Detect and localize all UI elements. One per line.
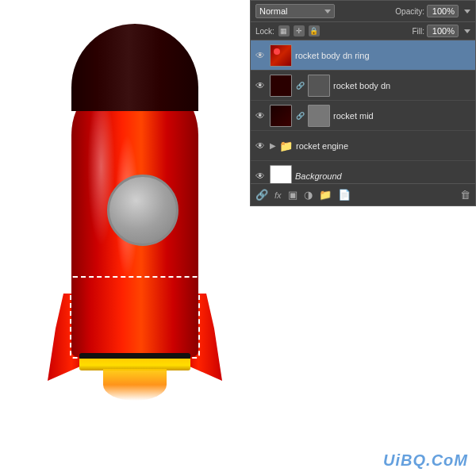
layer-visibility-icon[interactable]: 👁 — [254, 170, 267, 182]
lock-all-icon[interactable]: 🔒 — [309, 25, 320, 36]
layer-name: rocket engine — [296, 141, 472, 151]
layer-folder-item[interactable]: 👁 ▶ 📁 rocket engine — [251, 131, 475, 161]
layer-name: Background — [295, 171, 472, 181]
layer-item[interactable]: 👁 🔗 rocket mid — [251, 101, 475, 131]
add-mask-icon[interactable]: ▣ — [288, 189, 298, 201]
opacity-arrow — [464, 10, 470, 13]
rocket-nose-inner — [71, 24, 198, 111]
link-layers-icon[interactable]: 🔗 — [255, 189, 268, 201]
layer-thumbnail — [270, 44, 292, 67]
layer-name: rocket body dn — [333, 81, 472, 90]
adjustment-icon[interactable]: ◑ — [304, 189, 313, 201]
layer-item[interactable]: 👁 🔗 rocket body dn — [251, 71, 475, 101]
opacity-label: Opacity: — [395, 7, 424, 16]
lock-fill-row: Lock: ▦ ✛ 🔒 Fill: 100% — [251, 22, 475, 40]
lock-position-icon[interactable]: ✛ — [294, 25, 305, 36]
rocket-nose — [71, 24, 198, 111]
fill-label: Fill: — [412, 27, 424, 36]
fx-icon[interactable]: fx — [274, 190, 282, 200]
blend-mode-arrow — [324, 10, 331, 13]
fill-group: Fill: 100% — [412, 25, 470, 37]
watermark: UiBQ.CoM — [383, 451, 468, 470]
rocket-engine-band — [79, 353, 190, 370]
panel-bottombar: 🔗 fx ▣ ◑ 📁 📄 🗑 — [251, 183, 475, 205]
layer-mask-thumbnail — [308, 75, 330, 97]
layer-mask-thumbnail — [308, 105, 330, 127]
canvas: Normal Opacity: 100% Lock: ▦ ✛ 🔒 Fill: 1… — [0, 0, 476, 476]
delete-layer-icon[interactable]: 🗑 — [460, 189, 470, 201]
selection-marquee — [70, 276, 200, 359]
fill-arrow — [464, 29, 470, 33]
fill-input[interactable]: 100% — [427, 25, 459, 37]
layer-visibility-icon[interactable]: 👁 — [254, 109, 267, 122]
layer-link-icon: 🔗 — [295, 111, 305, 121]
layer-visibility-icon[interactable]: 👁 — [254, 79, 267, 92]
layer-name: rocket body dn ring — [295, 51, 472, 60]
new-layer-icon[interactable]: 📄 — [338, 189, 351, 201]
rocket-window — [107, 175, 178, 246]
blend-mode-select[interactable]: Normal — [255, 4, 335, 18]
layers-list: 👁 rocket body dn ring 👁 🔗 rocket body dn… — [251, 40, 475, 191]
layer-link-icon: 🔗 — [295, 81, 305, 90]
opacity-group: Opacity: 100% — [395, 5, 470, 17]
panel-topbar: Normal Opacity: 100% — [251, 1, 475, 22]
opacity-input[interactable]: 100% — [427, 5, 459, 17]
rocket-illustration — [48, 24, 222, 452]
layer-thumbnail — [270, 105, 292, 127]
new-group-icon[interactable]: 📁 — [319, 189, 332, 201]
layer-visibility-icon[interactable]: 👁 — [254, 49, 267, 62]
folder-expand-icon[interactable]: ▶ — [270, 141, 276, 150]
layers-panel: Normal Opacity: 100% Lock: ▦ ✛ 🔒 Fill: 1… — [250, 0, 476, 206]
layer-item[interactable]: 👁 rocket body dn ring — [251, 40, 475, 71]
lock-pixels-icon[interactable]: ▦ — [278, 25, 290, 36]
layer-visibility-icon[interactable]: 👁 — [254, 140, 267, 152]
folder-icon: 📁 — [279, 140, 293, 152]
layer-name: rocket mid — [333, 111, 472, 121]
layer-thumbnail — [270, 75, 292, 97]
lock-label: Lock: — [255, 27, 274, 36]
rocket-flame — [103, 369, 167, 401]
blend-mode-label: Normal — [259, 6, 287, 16]
